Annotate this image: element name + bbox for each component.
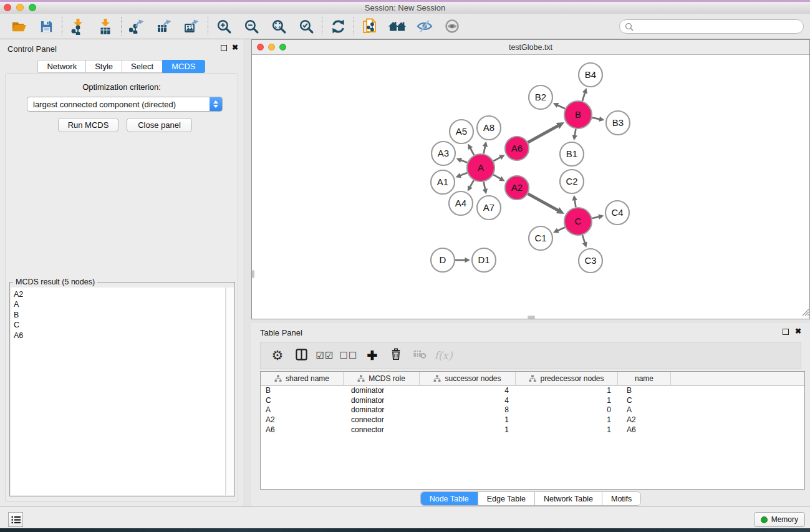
graph-node-B1[interactable]: B1: [560, 142, 584, 166]
tab-style[interactable]: Style: [85, 60, 122, 73]
zoom-in-button[interactable]: [210, 15, 238, 37]
graph-node-A5[interactable]: A5: [450, 120, 473, 143]
table-row[interactable]: A6connector11A6: [261, 425, 804, 435]
tab-mcds[interactable]: MCDS: [162, 60, 205, 73]
import-table-button[interactable]: [92, 15, 119, 37]
result-scrollbar[interactable]: [226, 288, 234, 495]
open-session-icon: [11, 19, 27, 34]
export-image-button[interactable]: [178, 15, 206, 37]
select-all-icon: ☑☑: [316, 350, 334, 361]
graph-edge-B-B4: [582, 88, 587, 101]
function-builder-button: f(x): [432, 344, 455, 367]
graph-node-B[interactable]: B: [564, 101, 592, 128]
close-panel-icon[interactable]: ✖: [232, 43, 238, 52]
graph-node-C[interactable]: C: [564, 208, 592, 235]
table-row[interactable]: Cdominator41C: [261, 395, 804, 405]
graph-edge-A-A7: [483, 182, 488, 195]
mcds-result-item[interactable]: A6: [14, 331, 225, 341]
graph-node-C1[interactable]: C1: [529, 226, 552, 250]
float-panel-icon[interactable]: [221, 45, 227, 51]
graph-node-A3[interactable]: A3: [432, 142, 455, 165]
run-mcds-button[interactable]: Run MCDS: [58, 118, 118, 132]
column-label: shared name: [286, 374, 329, 383]
graph-node-D1[interactable]: D1: [472, 248, 496, 272]
table-row[interactable]: A2connector11A2: [261, 415, 804, 425]
close-panel-button[interactable]: Close panel: [127, 118, 192, 132]
graph-node-B3[interactable]: B3: [606, 111, 630, 135]
show-eye-button[interactable]: [438, 15, 466, 37]
graph-node-C4[interactable]: C4: [605, 201, 629, 225]
graph-node-D[interactable]: D: [431, 248, 455, 272]
graph-node-C2[interactable]: C2: [560, 170, 584, 193]
refresh-view-button[interactable]: [324, 15, 352, 37]
mcds-result-item[interactable]: B: [14, 310, 225, 320]
hide-eye-icon: [417, 19, 433, 34]
hide-eye-button[interactable]: [411, 15, 438, 37]
graph-node-C3[interactable]: C3: [579, 249, 602, 273]
add-column-button[interactable]: ✚: [360, 344, 384, 367]
table-row[interactable]: Adominator80A: [261, 405, 804, 415]
open-session-button[interactable]: [5, 15, 32, 37]
delete-table-icon: [413, 349, 427, 362]
table-row[interactable]: Bdominator41B: [261, 385, 804, 395]
zoom-selected-icon: [299, 19, 314, 34]
mcds-result-item[interactable]: C: [14, 320, 225, 330]
graph-node-A8[interactable]: A8: [477, 116, 501, 140]
select-all-button[interactable]: ☑☑: [313, 344, 337, 367]
search-box[interactable]: [619, 19, 804, 34]
task-history-button[interactable]: [8, 512, 23, 527]
window-title: Session: New Session: [0, 3, 810, 12]
graph-node-A[interactable]: A: [467, 154, 494, 181]
search-input[interactable]: [637, 21, 803, 32]
export-network-button[interactable]: [123, 15, 151, 37]
criterion-select[interactable]: largest connected component (directed): [27, 97, 223, 112]
horizontal-scroll-thumb[interactable]: [528, 316, 535, 319]
column-header-name[interactable]: name: [618, 372, 671, 385]
close-table-panel-icon[interactable]: ✖: [795, 327, 801, 336]
settings-gear-button[interactable]: ⚙: [266, 344, 289, 367]
table-cell: C: [261, 396, 344, 405]
table-cell: A: [618, 405, 671, 414]
import-network-button[interactable]: [64, 15, 92, 37]
mcds-result-item[interactable]: A2: [14, 289, 225, 299]
delete-column-button[interactable]: [384, 344, 408, 367]
table-cell: 1: [516, 386, 618, 395]
column-header-MCDS-role[interactable]: MCDS role: [344, 372, 420, 385]
tab-network[interactable]: Network: [37, 60, 86, 73]
tab-network-table[interactable]: Network Table: [535, 492, 602, 505]
tab-select[interactable]: Select: [122, 60, 163, 73]
zoom-out-button[interactable]: [238, 15, 265, 37]
graph-node-A1[interactable]: A1: [431, 170, 455, 194]
graph-edge-A-A3: [456, 158, 468, 163]
float-table-panel-icon[interactable]: [783, 329, 789, 335]
network-canvas[interactable]: B4B2BB3A8A5A6A3B1AA1C2A2A4A7C4CC1C3DD1: [252, 55, 809, 319]
attribute-tree-icon: [274, 375, 282, 382]
mcds-result-item[interactable]: A: [14, 299, 225, 309]
tab-edge-table[interactable]: Edge Table: [478, 492, 535, 505]
export-table-button[interactable]: [151, 15, 178, 37]
save-session-button[interactable]: [32, 15, 60, 37]
graph-node-A6[interactable]: A6: [505, 137, 529, 160]
graph-node-B4[interactable]: B4: [579, 63, 602, 87]
column-header-predecessor-nodes[interactable]: predecessor nodes: [516, 372, 618, 385]
column-header-shared-name[interactable]: shared name: [261, 372, 344, 385]
vertical-scroll-thumb[interactable]: [252, 270, 254, 278]
split-view-button[interactable]: [289, 344, 313, 367]
zoom-selected-button[interactable]: [292, 15, 320, 37]
zoom-fit-button[interactable]: [265, 15, 292, 37]
graph-node-A2[interactable]: A2: [505, 176, 529, 200]
home-button[interactable]: [383, 15, 411, 37]
tab-motifs[interactable]: Motifs: [602, 492, 640, 505]
graph-node-A7[interactable]: A7: [477, 196, 501, 220]
resize-grip[interactable]: [801, 307, 809, 319]
graph-node-A4[interactable]: A4: [449, 191, 473, 215]
deselect-all-button[interactable]: ☐☐: [337, 344, 360, 367]
tab-node-table[interactable]: Node Table: [421, 492, 478, 505]
column-header-successor-nodes[interactable]: successor nodes: [420, 372, 516, 385]
table-cell: dominator: [344, 386, 420, 395]
attribute-tree-icon: [433, 375, 441, 382]
graph-node-B2[interactable]: B2: [529, 85, 552, 109]
new-network-button[interactable]: [356, 15, 383, 37]
memory-button[interactable]: Memory: [754, 512, 805, 527]
control-panel: Control Panel ✖ NetworkStyleSelectMCDS O…: [0, 39, 243, 506]
